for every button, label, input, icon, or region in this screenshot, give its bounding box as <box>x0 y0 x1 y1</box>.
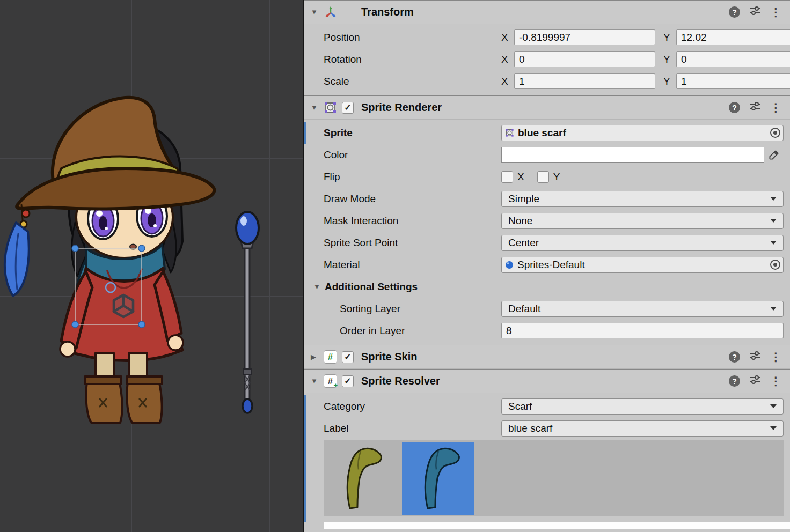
scene-canvas[interactable] <box>0 0 303 532</box>
sprite-object-field[interactable]: blue scarf <box>501 125 784 141</box>
property-label: Mask Interaction <box>324 215 501 227</box>
label-dropdown[interactable]: blue scarf <box>501 420 784 437</box>
dropdown-value: Center <box>508 237 539 249</box>
category-row: Category Scarf <box>304 395 790 417</box>
sprite-resolver-header[interactable]: ▼ #+ ✓ Sprite Resolver ? ⋮ <box>304 369 790 393</box>
presets-icon[interactable] <box>750 351 760 363</box>
object-picker-icon[interactable] <box>770 260 780 270</box>
hand <box>60 342 75 357</box>
foldout-arrow-icon[interactable]: ▼ <box>313 283 325 291</box>
position-row: Position X Y Z <box>304 26 790 48</box>
scene-view[interactable] <box>0 0 303 532</box>
inspector-panel: ▼ Transform ? ⋮ <box>303 0 790 532</box>
help-icon[interactable]: ? <box>729 375 740 387</box>
position-x-field[interactable] <box>514 29 655 45</box>
kebab-menu-icon[interactable]: ⋮ <box>770 375 781 387</box>
transform-icon <box>323 5 338 19</box>
order-in-layer-field[interactable] <box>501 323 784 338</box>
green-scarf-thumbnail[interactable] <box>324 442 397 515</box>
kebab-menu-icon[interactable]: ⋮ <box>770 351 781 363</box>
foldout-arrow-icon[interactable]: ▼ <box>311 377 322 385</box>
hand <box>168 335 183 350</box>
wizard-hat <box>17 98 214 209</box>
character-sprite[interactable] <box>5 98 214 423</box>
override-indicator <box>304 395 306 522</box>
green-scarf-shape <box>347 448 381 508</box>
scale-y-field[interactable] <box>676 73 790 89</box>
help-icon[interactable]: ? <box>729 6 740 18</box>
axis-y-label: Y <box>663 54 676 65</box>
flip-row: Flip X Y <box>304 166 790 188</box>
scale-x-field[interactable] <box>514 73 655 89</box>
kebab-menu-icon[interactable]: ⋮ <box>770 6 781 18</box>
flip-x-checkbox[interactable] <box>501 171 513 183</box>
rotation-y-field[interactable] <box>676 51 790 67</box>
sorting-layer-row: Sorting Layer Default <box>304 298 790 320</box>
dropdown-value: None <box>508 215 532 227</box>
property-label: Sorting Layer <box>340 303 501 315</box>
transform-header[interactable]: ▼ Transform ? ⋮ <box>304 0 790 24</box>
sprite-skin-header[interactable]: ▶ # ✓ Sprite Skin ? ⋮ <box>304 345 790 369</box>
property-label: Order in Layer <box>340 325 501 337</box>
draw-mode-dropdown[interactable]: Simple <box>501 191 784 207</box>
sprite-renderer-icon <box>323 100 338 115</box>
staff-sprite[interactable] <box>236 212 259 413</box>
property-label: Draw Mode <box>324 193 501 205</box>
property-label: Material <box>324 259 501 271</box>
selection-handle[interactable] <box>72 245 78 252</box>
foldout-arrow-icon[interactable]: ▶ <box>311 353 322 361</box>
help-icon[interactable]: ? <box>729 102 740 113</box>
object-picker-icon[interactable] <box>770 128 780 138</box>
sprite-value: blue scarf <box>518 127 566 139</box>
hash-glyph: # <box>328 352 333 363</box>
sprite-sort-point-row: Sprite Sort Point Center <box>304 232 790 254</box>
help-icon[interactable]: ? <box>729 351 740 363</box>
category-dropdown[interactable]: Scarf <box>501 398 784 415</box>
sprite-skin-component: ▶ # ✓ Sprite Skin ? ⋮ <box>304 345 790 369</box>
selection-handle[interactable] <box>72 321 78 328</box>
foldout-arrow-icon[interactable]: ▼ <box>311 8 322 16</box>
component-enabled-checkbox[interactable]: ✓ <box>342 351 354 363</box>
component-title: Sprite Resolver <box>361 375 440 387</box>
presets-icon[interactable] <box>750 375 760 387</box>
checkmark: ✓ <box>344 102 351 113</box>
material-sphere-icon <box>505 261 514 269</box>
scale-row: Scale X Y Z <box>304 70 790 92</box>
axis-y-label: Y <box>663 76 676 87</box>
property-label: Category <box>324 401 501 412</box>
component-enabled-checkbox[interactable]: ✓ <box>342 102 354 114</box>
sprite-row: Sprite blue scarf <box>304 122 790 144</box>
position-y-field[interactable] <box>676 29 790 45</box>
blue-scarf-thumbnail[interactable] <box>402 442 474 515</box>
sprite-renderer-header[interactable]: ▼ ✓ Sprite Renderer ? ⋮ <box>304 95 790 120</box>
sprite-variant-strip <box>324 440 784 516</box>
rotation-x-field[interactable] <box>514 51 655 67</box>
sprite-sort-point-dropdown[interactable]: Center <box>501 235 784 251</box>
checkmark: ✓ <box>344 352 351 362</box>
additional-settings-row[interactable]: ▼ Additional Settings <box>304 276 790 298</box>
sorting-layer-dropdown[interactable]: Default <box>501 301 784 317</box>
unity-editor-window: ▼ Transform ? ⋮ <box>0 0 790 532</box>
selection-handle[interactable] <box>138 321 145 328</box>
property-label: Sprite Sort Point <box>324 237 501 249</box>
flip-y-checkbox[interactable] <box>537 171 549 183</box>
selection-handle[interactable] <box>138 245 145 252</box>
mask-interaction-dropdown[interactable]: None <box>501 213 784 229</box>
presets-icon[interactable] <box>750 101 760 114</box>
component-enabled-checkbox[interactable]: ✓ <box>342 375 354 387</box>
script-icon: # <box>323 350 338 364</box>
draw-mode-row: Draw Mode Simple <box>304 188 790 210</box>
property-label: Scale <box>324 76 501 87</box>
presets-icon[interactable] <box>750 6 760 18</box>
kebab-menu-icon[interactable]: ⋮ <box>770 102 781 113</box>
material-object-field[interactable]: Sprites-Default <box>501 257 784 273</box>
eyedropper-icon[interactable] <box>764 147 784 163</box>
color-swatch[interactable] <box>501 147 764 163</box>
foldout-arrow-icon[interactable]: ▼ <box>311 104 322 112</box>
mask-interaction-row: Mask Interaction None <box>304 210 790 232</box>
hash-glyph: # <box>328 376 333 387</box>
transform-component: ▼ Transform ? ⋮ <box>304 0 790 95</box>
sprite-thumb-icon <box>505 128 514 137</box>
plus-glyph: + <box>333 381 338 389</box>
color-row: Color <box>304 144 790 166</box>
